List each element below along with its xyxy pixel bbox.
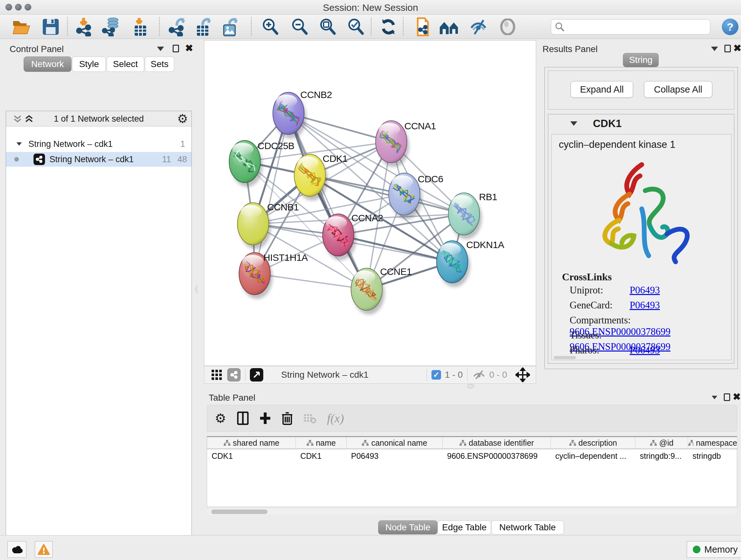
table-panel-title: Table Panel — [209, 393, 255, 402]
tab-string[interactable]: String — [623, 53, 659, 67]
control-panel-float-icon[interactable] — [173, 45, 179, 52]
results-panel-float-icon[interactable] — [724, 45, 731, 52]
column-header-database-identifier[interactable]: database identifier — [443, 437, 551, 449]
tab-network-table[interactable]: Network Table — [491, 520, 564, 535]
grid-view-icon[interactable] — [211, 369, 222, 380]
table-panel-float-icon[interactable] — [724, 393, 730, 401]
column-header--id[interactable]: @id — [635, 437, 688, 449]
table-hscrollbar[interactable] — [207, 509, 737, 515]
cdk1-expander-icon[interactable] — [570, 121, 577, 126]
tab-style[interactable]: Style — [72, 57, 106, 72]
crosslinks-hscroll-thumb[interactable] — [554, 356, 576, 359]
add-column-icon[interactable] — [259, 412, 271, 425]
crosslink-label: Uniprot: — [569, 285, 630, 296]
toolbar-divider — [251, 17, 252, 36]
hide-panel-icon[interactable] — [468, 17, 489, 37]
show-panel-icon[interactable] — [497, 17, 518, 37]
network-share-icon[interactable] — [227, 368, 241, 381]
detach-view-icon[interactable] — [250, 368, 263, 381]
export-image-icon[interactable] — [220, 17, 241, 37]
network-list-box: 1 of 1 Network selected ⚙ String Network… — [6, 111, 192, 560]
node-label-cdkn1a: CDKN1A — [466, 240, 504, 250]
network-canvas[interactable]: CCNB2CCNA1CDC25BCDK1CDC6RB1CCNB1CCNA2CDK… — [204, 40, 536, 366]
column-header-namespace[interactable]: namespace — [688, 437, 738, 449]
open-session-icon[interactable] — [11, 17, 32, 37]
table-cell[interactable]: CDK1 — [207, 450, 296, 462]
export-network-icon[interactable] — [167, 17, 188, 37]
string-results-box: Expand All Collapse All CDK1 cyclin–depe… — [544, 67, 738, 369]
column-header-canonical-name[interactable]: canonical name — [347, 437, 443, 449]
control-panel-close-icon[interactable]: ✖ — [185, 43, 193, 54]
import-network-database-icon[interactable] — [101, 17, 122, 37]
tab-network[interactable]: Network — [23, 57, 71, 72]
tab-select[interactable]: Select — [107, 57, 144, 72]
control-panel: Control Panel ✖ Network Style Select Set… — [0, 39, 198, 535]
table-cell[interactable]: CDK1 — [296, 450, 347, 462]
warning-status-button[interactable] — [35, 541, 53, 558]
network-list-header: 1 of 1 Network selected ⚙ — [6, 111, 192, 126]
column-header-shared-name[interactable]: shared name — [207, 437, 296, 449]
memory-status-dot-icon — [693, 546, 700, 553]
zoom-selected-icon[interactable] — [345, 17, 366, 37]
tab-node-table[interactable]: Node Table — [378, 520, 437, 535]
table-panel: Table Panel ✖ ⚙ f(x) shared namenamecano… — [198, 388, 741, 535]
document-share-icon[interactable] — [412, 17, 433, 37]
import-table-icon[interactable] — [130, 17, 151, 37]
crosslink-label: Tissues: — [569, 329, 630, 341]
node-label-hist1h1a: HIST1H1A — [263, 252, 308, 263]
crosslink-value-link[interactable]: P06493 — [630, 300, 660, 311]
zoom-fit-icon[interactable] — [317, 17, 338, 37]
network-list-options-gear-icon[interactable]: ⚙ — [177, 112, 188, 126]
import-network-file-icon[interactable] — [75, 17, 96, 37]
table-cell[interactable]: stringdb — [688, 450, 738, 462]
results-panel-close-icon[interactable]: ✖ — [733, 43, 741, 54]
cdk1-section: CDK1 cyclin–dependent kinase 1 CrossLink… — [548, 114, 734, 364]
help-icon[interactable]: ? — [722, 18, 738, 35]
fit-selected-crosshair-icon[interactable] — [515, 368, 530, 382]
network-edge — [288, 113, 367, 289]
node-table[interactable]: shared namenamecanonical namedatabase id… — [207, 436, 737, 507]
control-panel-menu-icon[interactable] — [157, 47, 164, 51]
selected-checkbox-icon[interactable]: ✓ — [431, 370, 441, 380]
table-panel-menu-icon[interactable] — [712, 395, 718, 399]
column-header-name[interactable]: name — [296, 437, 347, 449]
expand-all-button[interactable]: Expand All — [570, 81, 633, 98]
network-view-panel: CCNB2CCNA1CDC25BCDK1CDC6RB1CCNB1CCNA2CDK… — [198, 39, 536, 388]
network-status-dot-icon — [14, 157, 19, 162]
bottom-splitter-handle[interactable] — [467, 384, 474, 388]
network-row-selected[interactable]: String Network – cdk1 11 48 — [6, 152, 192, 167]
search-input[interactable] — [551, 19, 711, 35]
home-icon[interactable] — [439, 17, 460, 37]
column-header-description[interactable]: description — [551, 437, 635, 449]
title-bar: Session: New Session — [0, 0, 741, 15]
network-edge-count: 48 — [178, 154, 187, 165]
cloud-status-button[interactable] — [7, 541, 26, 558]
tab-edge-table[interactable]: Edge Table — [437, 520, 491, 535]
refresh-icon[interactable] — [378, 17, 399, 37]
protein-structure-image — [575, 157, 709, 265]
delete-table-icon — [304, 413, 316, 424]
crosslink-value-link[interactable]: P06493 — [630, 345, 660, 356]
zoom-out-icon[interactable] — [289, 17, 310, 37]
crosslink-label: Pharos: — [569, 345, 630, 356]
table-cell[interactable]: 9606.ENSP00000378699 — [443, 450, 551, 462]
zoom-in-icon[interactable] — [260, 17, 281, 37]
collapse-all-button[interactable]: Collapse All — [644, 81, 712, 98]
results-panel-menu-icon[interactable] — [711, 47, 718, 51]
show-columns-icon[interactable] — [237, 412, 249, 425]
table-cell[interactable]: cyclin–dependent ... — [551, 450, 635, 462]
table-cell[interactable]: stringdb:9... — [635, 450, 688, 462]
table-cell[interactable]: P06493 — [347, 450, 443, 462]
memory-button[interactable]: Memory — [687, 541, 741, 558]
network-node-ccnb1 — [238, 203, 271, 249]
network-collection-row[interactable]: String Network – cdk1 1 — [6, 137, 192, 151]
collection-expander-icon[interactable] — [17, 142, 22, 146]
save-session-icon[interactable] — [40, 17, 61, 37]
table-options-gear-icon[interactable]: ⚙ — [215, 411, 226, 426]
tab-sets[interactable]: Sets — [145, 57, 174, 72]
delete-column-icon[interactable] — [282, 412, 293, 425]
crosslink-value-link[interactable]: P06493 — [630, 285, 660, 296]
table-hscroll-thumb[interactable] — [211, 509, 267, 514]
table-panel-close-icon[interactable]: ✖ — [733, 391, 741, 402]
export-table-icon[interactable] — [193, 17, 214, 37]
